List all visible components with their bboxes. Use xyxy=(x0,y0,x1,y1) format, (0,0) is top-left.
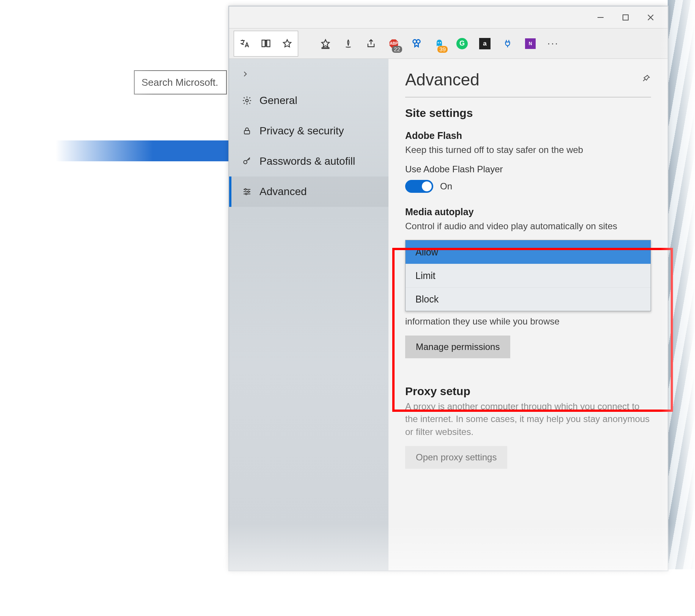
onenote-label: N xyxy=(525,38,536,49)
flash-sub: Use Adobe Flash Player xyxy=(405,164,651,175)
svg-point-9 xyxy=(417,39,420,43)
svg-rect-1 xyxy=(623,15,628,20)
nav-label-advanced: Advanced xyxy=(259,186,307,198)
grammarly-letter: G xyxy=(456,38,468,49)
share-icon[interactable] xyxy=(360,32,382,55)
svg-point-8 xyxy=(413,39,417,43)
manage-permissions-button[interactable]: Manage permissions xyxy=(405,336,510,358)
grammarly-icon[interactable]: G xyxy=(451,32,473,55)
nav-item-passwords[interactable]: Passwords & autofill xyxy=(229,146,388,176)
ghostery-icon[interactable]: 39 xyxy=(428,32,451,55)
title-divider xyxy=(405,97,651,98)
adblock-badge: 22 xyxy=(392,46,402,53)
proxy-block: Proxy setup A proxy is another computer … xyxy=(405,385,651,469)
page-blue-strip xyxy=(46,140,231,161)
settings-detail: Advanced Site settings Adobe Flash Keep … xyxy=(388,59,668,570)
more-icon[interactable]: ··· xyxy=(542,32,564,55)
reading-view-icon[interactable] xyxy=(255,32,277,55)
autoplay-option-block[interactable]: Block xyxy=(406,287,651,311)
gear-icon xyxy=(241,96,253,106)
address-bar-icons xyxy=(234,31,298,57)
proxy-desc: A proxy is another computer through whic… xyxy=(405,400,651,438)
page-search-box[interactable]: Search Microsoft. xyxy=(134,70,227,95)
permissions-hint-partial: information they use while you browse xyxy=(405,315,651,328)
svg-text:ABP: ABP xyxy=(390,41,398,45)
ghostery-badge: 39 xyxy=(437,46,448,53)
flash-title: Adobe Flash xyxy=(405,130,651,141)
autoplay-dropdown-open[interactable]: Allow Limit Block xyxy=(405,240,651,311)
favorite-star-icon[interactable] xyxy=(277,32,298,55)
nav-item-advanced[interactable]: Advanced xyxy=(229,176,388,207)
nav-back-chevron[interactable] xyxy=(229,63,388,85)
page-search-placeholder: Search Microsoft. xyxy=(142,77,218,88)
autoplay-title: Media autoplay xyxy=(405,206,651,217)
adblock-icon[interactable]: ABP 22 xyxy=(382,32,405,55)
window-title-bar xyxy=(229,6,668,28)
window-maximize-button[interactable] xyxy=(621,13,630,22)
translate-icon[interactable] xyxy=(234,32,255,55)
nav-label-passwords: Passwords & autofill xyxy=(259,155,355,167)
favorites-list-icon[interactable] xyxy=(314,32,337,55)
flash-toggle[interactable] xyxy=(405,180,433,193)
nav-label-privacy: Privacy & security xyxy=(259,125,344,137)
nav-item-general[interactable]: General xyxy=(229,85,388,116)
autoplay-option-limit[interactable]: Limit xyxy=(406,264,651,287)
svg-rect-13 xyxy=(244,131,250,134)
settings-panel: General Privacy & security Passwords & a… xyxy=(229,59,668,570)
svg-point-10 xyxy=(437,42,439,43)
proxy-title: Proxy setup xyxy=(405,385,651,398)
svg-point-20 xyxy=(245,193,247,195)
notes-pen-icon[interactable] xyxy=(337,32,360,55)
rewards-icon[interactable] xyxy=(405,32,428,55)
sliders-icon xyxy=(241,187,253,196)
autoplay-desc: Control if audio and video play automati… xyxy=(405,220,651,233)
detail-title: Advanced xyxy=(405,70,480,89)
flash-toggle-state: On xyxy=(440,181,452,192)
flash-desc: Keep this turned off to stay safer on th… xyxy=(405,143,651,156)
key-icon xyxy=(241,156,253,166)
settings-nav: General Privacy & security Passwords & a… xyxy=(229,59,388,570)
svg-point-19 xyxy=(248,191,249,192)
desktop-background-stripes xyxy=(668,0,695,569)
nav-item-privacy[interactable]: Privacy & security xyxy=(229,116,388,146)
autoplay-option-allow[interactable]: Allow xyxy=(406,240,651,264)
edge-browser-window: ABP 22 39 G a N ··· xyxy=(228,6,668,571)
svg-point-11 xyxy=(440,42,441,43)
nav-label-general: General xyxy=(259,95,297,107)
amazon-letter: a xyxy=(479,38,491,49)
autoplay-block: Media autoplay Control if audio and vide… xyxy=(405,206,651,312)
window-close-button[interactable] xyxy=(646,13,655,22)
onenote-icon[interactable]: N xyxy=(519,32,542,55)
lock-icon xyxy=(241,126,253,136)
svg-point-12 xyxy=(246,99,248,102)
browser-toolbar: ABP 22 39 G a N ··· xyxy=(229,28,668,59)
extension-plug-icon[interactable] xyxy=(496,32,519,55)
flash-block: Adobe Flash Keep this turned off to stay… xyxy=(405,130,651,193)
section-site-settings: Site settings xyxy=(405,107,651,120)
amazon-icon[interactable]: a xyxy=(473,32,496,55)
open-proxy-settings-button[interactable]: Open proxy settings xyxy=(405,446,507,469)
window-minimize-button[interactable] xyxy=(596,13,605,22)
svg-point-18 xyxy=(245,189,246,190)
pin-icon[interactable] xyxy=(641,74,651,86)
svg-point-14 xyxy=(244,161,247,164)
